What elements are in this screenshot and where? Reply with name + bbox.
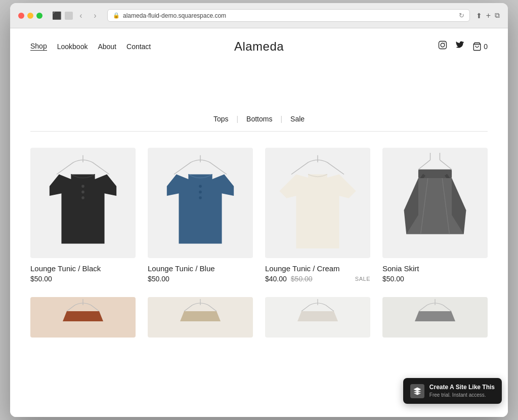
nav-lookbook[interactable]: Lookbook: [57, 43, 88, 51]
product-name-cream: Lounge Tunic / Cream: [265, 264, 370, 273]
svg-line-5: [57, 162, 73, 175]
nav-back-arrow[interactable]: ‹: [75, 10, 87, 22]
product-price-blue: $50.00: [148, 275, 169, 283]
product-name-blue: Lounge Tunic / Blue: [148, 264, 253, 273]
product-info-blue: Lounge Tunic / Blue $50.00: [148, 258, 253, 285]
address-bar[interactable]: 🔒 alameda-fluid-demo.squarespace.com ↻: [107, 9, 470, 22]
browser-actions: ⬆ + ⧉: [476, 11, 500, 20]
nav-about[interactable]: About: [98, 43, 116, 51]
filter-section: Tops | Bottoms | Sale: [10, 105, 508, 131]
product-card-blue[interactable]: Lounge Tunic / Blue $50.00: [148, 148, 253, 285]
page-content: Shop Lookbook About Contact Alameda: [10, 28, 508, 417]
partial-card-1[interactable]: [30, 297, 136, 338]
cart-button[interactable]: 0: [472, 42, 488, 51]
svg-line-32: [301, 305, 310, 311]
product-info-black: Lounge Tunic / Black $50.00: [30, 258, 136, 285]
product-name-black: Lounge Tunic / Black: [30, 264, 136, 273]
squarespace-badge[interactable]: Create A Site Like This Free trial. Inst…: [403, 378, 502, 404]
price-row-black: $50.00: [30, 275, 136, 283]
traffic-lights: [18, 13, 42, 19]
browser-window: ⬛ ‹ › 🔒 alameda-fluid-demo.squarespace.c…: [10, 3, 508, 417]
svg-line-26: [67, 305, 75, 311]
product-grid: Lounge Tunic / Black $50.00: [10, 132, 508, 297]
product-price-cream: $40.00: [265, 275, 287, 283]
lock-icon: 🔒: [113, 12, 120, 19]
product-grid-partial: [10, 297, 508, 354]
badge-subtitle: Free trial. Instant access.: [429, 392, 495, 399]
svg-line-17: [291, 162, 308, 175]
svg-point-2: [445, 43, 446, 44]
svg-line-30: [208, 305, 217, 311]
svg-line-11: [174, 162, 191, 175]
partial-image-2: [148, 297, 253, 338]
svg-line-21: [418, 160, 430, 170]
product-info-cream: Lounge Tunic / Cream $40.00 $50.00 SALE: [265, 258, 370, 285]
svg-point-9: [81, 196, 84, 199]
price-row-skirt: $50.00: [382, 275, 488, 283]
sale-badge-cream: SALE: [355, 276, 370, 282]
minimize-button[interactable]: [27, 13, 33, 19]
partial-card-4[interactable]: [382, 297, 488, 338]
svg-point-8: [81, 191, 84, 194]
product-price-skirt: $50.00: [382, 275, 404, 283]
svg-line-29: [184, 305, 192, 311]
reload-icon[interactable]: ↻: [459, 12, 464, 19]
badge-text: Create A Site Like This Free trial. Inst…: [429, 383, 495, 399]
product-image-skirt[interactable]: [382, 148, 488, 258]
product-info-skirt: Sonia Skirt $50.00: [382, 258, 488, 285]
close-button[interactable]: [18, 13, 24, 19]
svg-point-1: [441, 43, 445, 47]
nav-shop[interactable]: Shop: [30, 42, 47, 51]
svg-line-35: [419, 305, 427, 311]
partial-card-2[interactable]: [148, 297, 253, 338]
svg-line-36: [443, 305, 451, 311]
svg-line-33: [326, 305, 334, 311]
svg-line-22: [440, 160, 452, 170]
product-image-blue[interactable]: [148, 148, 253, 258]
instagram-icon[interactable]: [438, 40, 447, 52]
partial-image-3: [265, 297, 370, 338]
tabs-icon[interactable]: ⧉: [495, 11, 500, 20]
svg-line-27: [91, 305, 99, 311]
nav-right: 0: [438, 40, 488, 52]
product-image-cream[interactable]: [265, 148, 370, 258]
share-icon[interactable]: ⬆: [476, 12, 482, 20]
partial-image-1: [30, 297, 136, 338]
svg-point-15: [199, 196, 202, 199]
browser-chrome: ⬛ ‹ › 🔒 alameda-fluid-demo.squarespace.c…: [10, 3, 508, 28]
browser-nav: ⬛ ‹ ›: [51, 10, 101, 22]
nav-contact[interactable]: Contact: [126, 43, 151, 51]
svg-point-14: [199, 191, 202, 194]
svg-line-18: [327, 162, 344, 175]
url-text: alameda-fluid-demo.squarespace.com: [123, 12, 226, 19]
product-price-black: $50.00: [30, 275, 52, 283]
partial-image-4: [382, 297, 488, 338]
filter-bottoms[interactable]: Bottoms: [238, 115, 280, 123]
product-price-original-cream: $50.00: [291, 275, 313, 283]
product-card-cream[interactable]: Lounge Tunic / Cream $40.00 $50.00 SALE: [265, 148, 370, 285]
badge-title: Create A Site Like This: [429, 383, 495, 392]
maximize-button[interactable]: [36, 13, 42, 19]
price-row-blue: $50.00: [148, 275, 253, 283]
hero-spacer: [10, 64, 508, 105]
partial-card-3[interactable]: [265, 297, 370, 338]
twitter-icon[interactable]: [455, 40, 464, 52]
svg-line-12: [210, 162, 227, 175]
back-button[interactable]: ⬛: [51, 10, 63, 22]
window-controls: [65, 12, 73, 20]
product-card-skirt[interactable]: Sonia Skirt $50.00: [382, 148, 488, 285]
squarespace-logo: [410, 384, 424, 398]
product-card-black[interactable]: Lounge Tunic / Black $50.00: [30, 148, 136, 285]
product-image-black[interactable]: [30, 148, 136, 258]
svg-rect-0: [439, 41, 447, 49]
filter-sale[interactable]: Sale: [282, 115, 313, 123]
filter-tops[interactable]: Tops: [205, 115, 237, 123]
site-title: Alameda: [234, 39, 284, 54]
cart-count: 0: [484, 43, 488, 51]
price-row-cream: $40.00 $50.00 SALE: [265, 275, 370, 283]
site-nav: Shop Lookbook About Contact Alameda: [10, 28, 508, 64]
new-tab-icon[interactable]: +: [486, 11, 491, 20]
nav-links: Shop Lookbook About Contact: [30, 42, 151, 51]
svg-point-13: [199, 185, 202, 188]
nav-forward-arrow[interactable]: ›: [89, 10, 101, 22]
